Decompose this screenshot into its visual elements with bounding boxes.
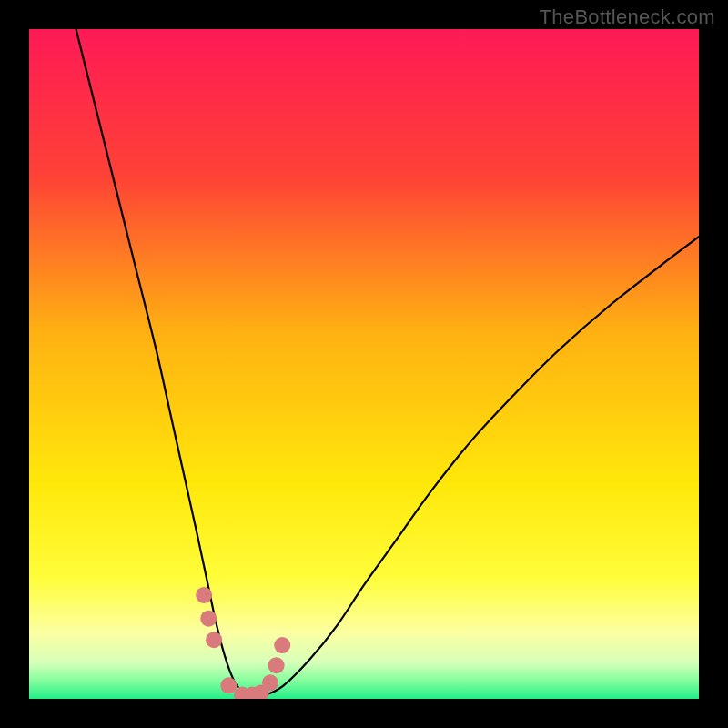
data-point xyxy=(196,587,212,603)
data-point xyxy=(268,657,285,673)
plot-area xyxy=(29,29,699,699)
attribution-text: TheBottleneck.com xyxy=(540,5,715,29)
data-point xyxy=(206,632,222,648)
data-point xyxy=(220,677,237,693)
canvas: TheBottleneck.com xyxy=(0,0,728,728)
data-point xyxy=(262,674,278,691)
bottleneck-chart xyxy=(29,29,699,699)
data-point xyxy=(200,611,217,627)
gradient-background xyxy=(29,29,699,699)
data-point xyxy=(274,637,290,653)
